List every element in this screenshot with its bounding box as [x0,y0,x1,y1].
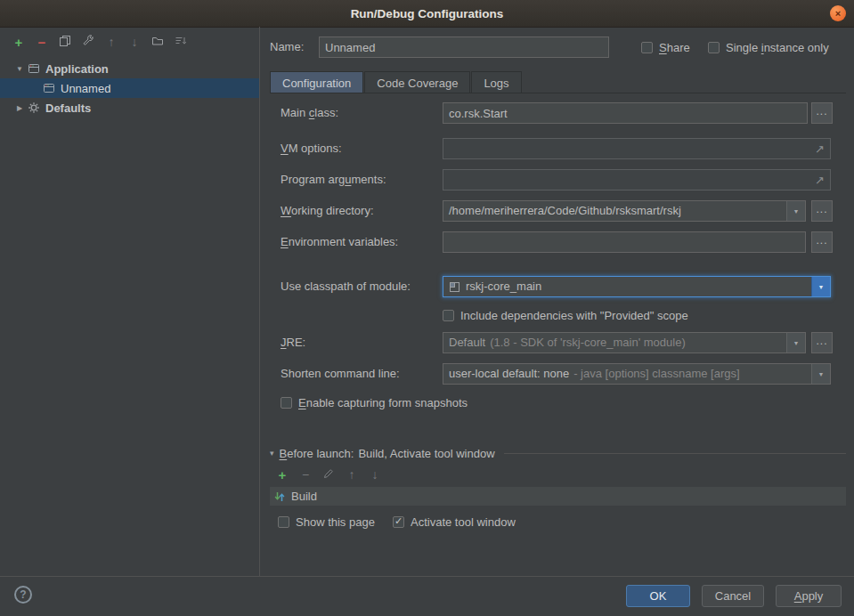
capture-snapshots-label: Enable capturing form snapshots [298,396,468,409]
main-class-browse-button[interactable]: ... [811,102,833,124]
activate-tool-window-label: Activate tool window [411,515,516,529]
add-icon: + [15,36,23,49]
share-label: Share [659,41,690,54]
chevron-collapsed-icon[interactable]: ▶ [14,104,25,112]
sidebar: + − ↑ ↓ ▼ Application [0,27,260,576]
remove-configuration-button[interactable]: − [35,35,49,49]
environment-variables-browse-button[interactable]: ... [811,231,833,253]
shorten-command-line-dropdown-button[interactable]: ▼ [811,364,830,384]
tree-item-defaults[interactable]: ▶ Defaults [0,98,259,118]
working-directory-label: Working directory: [281,200,374,222]
expand-field-icon[interactable]: ↗ [815,174,825,187]
ellipsis-icon: ... [816,235,827,246]
application-icon [28,62,40,75]
help-button[interactable]: ? [14,586,32,604]
environment-variables-label: Environment variables: [281,231,398,253]
before-launch-header[interactable]: ▾ Before launch: Build, Activate tool wi… [270,446,846,460]
tab-label: Code Coverage [377,77,458,90]
chevron-down-icon: ▼ [818,371,825,377]
single-instance-checkbox[interactable] [708,42,720,53]
close-button[interactable]: × [830,5,846,21]
ellipsis-icon: ... [816,106,827,117]
working-directory-dropdown-button[interactable]: ▼ [786,201,805,221]
show-this-page-label: Show this page [296,515,375,529]
single-instance-label: Single instance only [726,41,829,54]
tree-item-application[interactable]: ▼ Application [0,59,259,78]
include-provided-label: Include dependencies with "Provided" sco… [460,309,688,322]
working-directory-browse-button[interactable]: ... [811,200,833,222]
before-launch-remove-button[interactable]: − [298,467,313,482]
vm-options-input[interactable]: ↗ [443,138,831,159]
collapse-arrow-icon[interactable]: ▾ [270,449,274,458]
question-icon: ? [20,589,26,600]
copy-configuration-button[interactable] [58,35,72,49]
ellipsis-icon: ... [816,336,827,346]
create-folder-button[interactable] [150,35,165,49]
activate-tool-window-checkbox-row: ✓ Activate tool window [393,515,516,529]
activate-tool-window-checkbox[interactable]: ✓ [393,516,404,528]
chevron-down-icon: ▼ [793,340,800,346]
include-provided-checkbox[interactable] [443,310,454,321]
cancel-button[interactable]: Cancel [702,585,764,607]
show-this-page-checkbox-row: Show this page [278,515,375,529]
program-arguments-input[interactable]: ↗ [443,169,831,190]
before-launch-toolbar: + − ↑ ↓ [275,466,382,482]
expand-field-icon[interactable]: ↗ [815,142,825,156]
classpath-module-dropdown-button[interactable]: ▼ [811,277,830,296]
single-instance-checkbox-row: Single instance only [708,40,829,54]
tab-configuration[interactable]: Configuration [270,71,363,93]
tab-panel-divider [270,93,846,93]
titlebar[interactable]: Run/Debug Configurations × [0,0,854,28]
move-up-icon: ↑ [109,36,115,48]
jre-label: JRE: [281,332,305,353]
tab-logs[interactable]: Logs [471,71,521,93]
ok-button[interactable]: OK [626,585,690,607]
before-launch-list: Build [270,487,846,506]
before-launch-item-build[interactable]: Build [270,490,846,503]
configurations-tree: ▼ Application Unnamed ▶ Defaults [0,59,259,118]
jre-combo[interactable]: Default (1.8 - SDK of 'rskj-core_main' m… [443,332,806,353]
folder-icon [151,35,164,49]
apply-button[interactable]: Apply [776,585,842,607]
footer: ? OK Cancel Apply [0,576,854,616]
name-input[interactable] [319,36,609,58]
close-icon: × [835,9,841,19]
tab-code-coverage[interactable]: Code Coverage [364,71,470,93]
copy-icon [59,35,71,49]
environment-variables-input[interactable] [443,231,806,253]
before-launch-move-up-button[interactable]: ↑ [345,467,359,482]
defaults-gear-icon [28,101,40,114]
working-directory-value: /home/meriherrera/Code/Github/rsksmart/r… [449,201,681,221]
move-up-button[interactable]: ↑ [104,35,118,49]
name-label: Name: [270,36,304,58]
before-launch-move-down-button[interactable]: ↓ [368,467,382,482]
build-icon [273,490,286,503]
tree-item-label: Unnamed [61,82,110,95]
before-launch-edit-button[interactable] [321,467,336,482]
window-title: Run/Debug Configurations [351,7,504,20]
tree-item-unnamed[interactable]: Unnamed [0,78,259,98]
capture-snapshots-checkbox[interactable] [281,397,292,409]
jre-browse-button[interactable]: ... [811,332,833,353]
before-launch-summary: Build, Activate tool window [358,447,494,460]
chevron-down-icon: ▼ [793,208,800,215]
sort-configurations-button[interactable] [174,35,188,49]
working-directory-combo[interactable]: /home/meriherrera/Code/Github/rsksmart/r… [443,200,806,222]
move-down-button[interactable]: ↓ [127,35,142,49]
before-launch-add-button[interactable]: + [275,467,289,482]
tree-item-label: Application [45,62,109,76]
move-down-icon: ↓ [132,36,138,48]
module-icon [449,281,460,293]
shorten-command-line-combo[interactable]: user-local default: none - java [options… [443,363,831,385]
edit-defaults-button[interactable] [81,35,95,49]
add-icon: + [279,468,287,482]
shorten-command-line-value: user-local default: none [449,364,569,384]
share-checkbox[interactable] [641,42,653,53]
classpath-module-combo[interactable]: rskj-core_main ▼ [443,276,831,297]
add-configuration-button[interactable]: + [12,35,26,49]
show-this-page-checkbox[interactable] [278,516,289,528]
main-class-input[interactable] [443,102,808,124]
jre-dropdown-button[interactable]: ▼ [786,333,805,353]
tab-label: Logs [484,77,508,90]
chevron-expanded-icon[interactable]: ▼ [14,65,25,73]
